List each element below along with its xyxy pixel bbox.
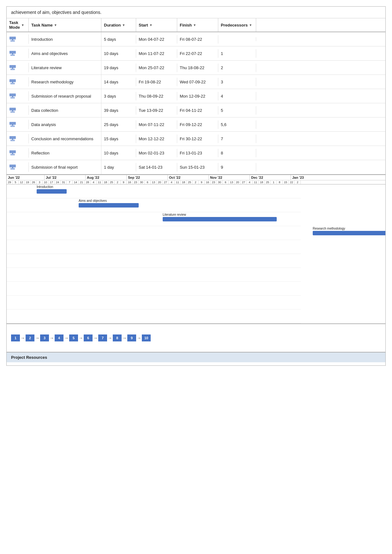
network-node-4: 4 bbox=[55, 334, 63, 341]
gantt-month-row: Jun '22 Jul '22 Aug '22 Sep '22 Oct '22 … bbox=[7, 175, 385, 180]
gantt-day-cell: 13 bbox=[229, 180, 235, 184]
gantt-day-cell: 25 bbox=[187, 180, 193, 184]
task-start-cell: Mon 25-07-22 bbox=[136, 63, 177, 72]
task-finish-cell: Fri 30-12-22 bbox=[177, 135, 218, 143]
task-row: Aims and objectives10 daysMon 11-07-22Fr… bbox=[7, 46, 385, 61]
task-finish-cell: Wed 07-09-22 bbox=[177, 78, 218, 86]
gantt-day-cell: 25 bbox=[265, 180, 271, 184]
network-node-3: 3 bbox=[40, 334, 49, 341]
gantt-day-cell: 4 bbox=[91, 180, 97, 184]
task-predecessors-cell: 5 bbox=[218, 106, 256, 115]
task-row: Submission of research proposal3 daysThu… bbox=[7, 89, 385, 103]
col-name-label: Task Name bbox=[31, 23, 53, 27]
gantt-bar bbox=[37, 189, 67, 194]
network-node-7: 7 bbox=[98, 334, 107, 341]
main-container: achievement of aim, objectives and quest… bbox=[6, 6, 386, 366]
task-finish-cell: Fri 04-11-22 bbox=[177, 106, 218, 115]
task-finish-cell: Sun 15-01-23 bbox=[177, 163, 218, 172]
gantt-day-cell: 15 bbox=[283, 180, 289, 184]
network-arrow: → bbox=[93, 335, 98, 340]
gantt-day-cell: 22 bbox=[289, 180, 295, 184]
sort-icon-duration[interactable]: ▼ bbox=[122, 23, 125, 27]
col-header-name[interactable]: Task Name ▼ bbox=[29, 18, 101, 32]
task-mode-cell bbox=[7, 34, 29, 44]
task-mode-icon bbox=[9, 65, 16, 70]
gantt-day-cell: 5 bbox=[13, 180, 19, 184]
network-arrow: → bbox=[35, 335, 39, 340]
gantt-bars-area: IntroductionAims and objectivesLiteratur… bbox=[7, 184, 301, 323]
network-arrow: → bbox=[122, 335, 127, 340]
gantt-row: Data collection bbox=[7, 254, 301, 268]
gantt-day-cell: 31 bbox=[61, 180, 67, 184]
gantt-row: Reflection bbox=[7, 296, 301, 310]
task-name-cell: Literature review bbox=[29, 61, 101, 75]
sort-icon-pred[interactable]: ▼ bbox=[249, 23, 252, 27]
header-text: achievement of aim, objectives and quest… bbox=[7, 7, 385, 18]
network-nodes-container: 1→2→3→4→5→6→7→8→9→10 bbox=[11, 334, 151, 341]
svg-rect-10 bbox=[10, 83, 15, 84]
gantt-days-row: 2951219263101724317142128411182529162330… bbox=[7, 180, 385, 184]
gantt-row: Data analysis bbox=[7, 268, 301, 282]
mode-svg bbox=[9, 79, 16, 85]
gantt-day-cell: 27 bbox=[163, 180, 169, 184]
gantt-day-cell: 11 bbox=[175, 180, 181, 184]
task-start-cell: Mon 04-07-22 bbox=[136, 35, 177, 44]
task-name-cell: Introduction bbox=[29, 32, 101, 46]
gantt-day-cell: 2 bbox=[115, 180, 121, 184]
network-arrow: → bbox=[64, 335, 69, 340]
gantt-day-cell: 2 bbox=[193, 180, 199, 184]
gantt-month-oct: Oct '22 bbox=[168, 175, 209, 180]
task-predecessors-cell bbox=[218, 37, 256, 41]
gantt-header-container: Jun '22 Jul '22 Aug '22 Sep '22 Oct '22 … bbox=[7, 175, 385, 184]
mode-svg bbox=[9, 65, 16, 70]
svg-rect-19 bbox=[10, 125, 15, 127]
network-arrow: → bbox=[79, 335, 83, 340]
svg-rect-1 bbox=[10, 40, 15, 42]
gantt-bar-label: Aims and objectives bbox=[79, 199, 107, 202]
task-row: Submission of final report1 daySat 14-01… bbox=[7, 160, 385, 174]
gantt-section: Jun '22 Jul '22 Aug '22 Sep '22 Oct '22 … bbox=[7, 174, 385, 323]
col-predecessors-label: Predecessors bbox=[221, 23, 248, 27]
gantt-row: Aims and objectives bbox=[7, 198, 301, 212]
task-duration-cell: 25 days bbox=[101, 120, 136, 129]
col-header-duration[interactable]: Duration ▼ bbox=[101, 18, 136, 32]
task-predecessors-cell: 2 bbox=[218, 63, 256, 72]
gantt-month-jul: Jul '22 bbox=[45, 175, 86, 180]
col-header-start[interactable]: Start ▼ bbox=[136, 18, 177, 32]
sort-icon-mode[interactable]: ▼ bbox=[21, 23, 24, 27]
gantt-day-cell: 30 bbox=[217, 180, 223, 184]
gantt-day-cell: 16 bbox=[205, 180, 211, 184]
task-mode-cell bbox=[7, 162, 29, 172]
sort-icon-finish[interactable]: ▼ bbox=[193, 23, 196, 27]
col-header-finish[interactable]: Finish ▼ bbox=[177, 18, 218, 32]
task-name-cell: Conclusion and recommendations bbox=[29, 132, 101, 146]
sort-icon-name[interactable]: ▼ bbox=[54, 23, 57, 27]
gantt-day-cell: 7 bbox=[67, 180, 73, 184]
gantt-day-cell: 25 bbox=[109, 180, 115, 184]
mode-svg bbox=[9, 36, 16, 42]
gantt-day-cell: 1 bbox=[271, 180, 277, 184]
task-name-cell: Data collection bbox=[29, 103, 101, 117]
project-resources-label: Project Resources bbox=[7, 352, 385, 362]
gantt-row: Submission of final rep bbox=[7, 310, 301, 323]
task-mode-icon bbox=[9, 136, 16, 142]
col-header-predecessors[interactable]: Predecessors ▼ bbox=[218, 18, 256, 32]
task-table: TaskMode ▼ Task Name ▼ Duration ▼ Start … bbox=[7, 18, 385, 174]
task-finish-cell: Fri 09-12-22 bbox=[177, 120, 218, 129]
task-predecessors-cell: 1 bbox=[218, 49, 256, 58]
task-duration-cell: 15 days bbox=[101, 135, 136, 143]
gantt-day-cell: 9 bbox=[199, 180, 205, 184]
gantt-day-cell: 3 bbox=[37, 180, 43, 184]
task-mode-icon bbox=[9, 122, 16, 127]
mode-svg bbox=[9, 136, 16, 142]
task-mode-icon bbox=[9, 51, 16, 56]
task-row: Data collection39 daysTue 13-09-22Fri 04… bbox=[7, 103, 385, 117]
gantt-month-jan: Jan '23 bbox=[291, 175, 316, 180]
svg-rect-22 bbox=[10, 140, 15, 141]
gantt-day-cell: 19 bbox=[25, 180, 31, 184]
svg-rect-16 bbox=[10, 111, 15, 113]
col-header-mode[interactable]: TaskMode ▼ bbox=[7, 18, 29, 32]
gantt-day-cell: 26 bbox=[31, 180, 37, 184]
task-mode-icon bbox=[9, 107, 16, 113]
sort-icon-start[interactable]: ▼ bbox=[149, 23, 153, 27]
